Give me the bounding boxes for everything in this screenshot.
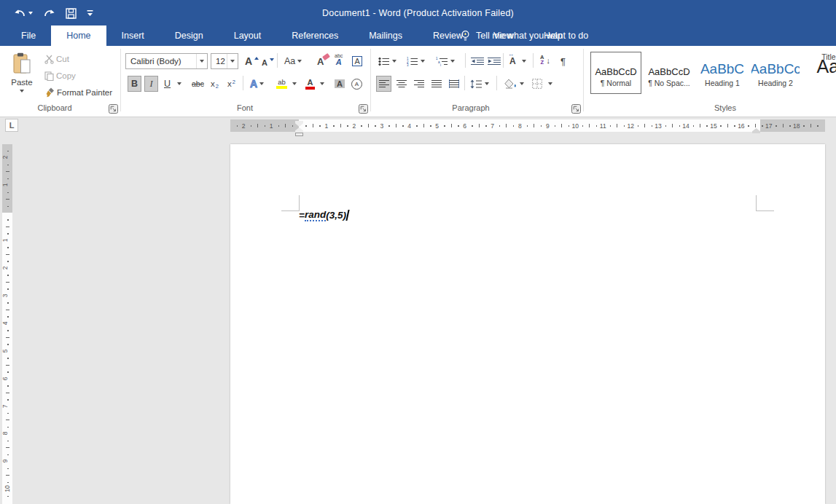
superscript-button[interactable]: x2 — [225, 76, 238, 92]
horizontal-ruler[interactable]: 21123456789101112131415161718 — [230, 119, 825, 132]
subscript-button[interactable]: x2 — [208, 76, 221, 92]
strikethrough-button[interactable]: abc — [190, 76, 206, 92]
text-effects-caret-icon — [259, 82, 264, 85]
clear-formatting-button[interactable]: A — [315, 53, 326, 69]
bold-button[interactable]: B — [128, 76, 141, 92]
font-dialog-launcher[interactable] — [359, 104, 368, 114]
paste-button[interactable]: Paste — [4, 50, 39, 103]
clipboard-dialog-launcher[interactable] — [109, 104, 118, 114]
tab-mailings[interactable]: Mailings — [353, 25, 418, 46]
font-color-swatch — [305, 87, 315, 90]
sort-button[interactable]: A Z ↓ — [538, 52, 552, 68]
asian-layout-button[interactable]: ↔ A — [507, 53, 528, 69]
right-margin-crop-mark — [756, 195, 757, 211]
eraser-icon — [322, 53, 330, 60]
copy-button[interactable]: Copy — [42, 68, 78, 84]
tab-home[interactable]: Home — [51, 25, 106, 46]
shading-button[interactable] — [502, 76, 526, 92]
align-left-button[interactable] — [376, 76, 391, 92]
font-color-caret-icon — [320, 82, 324, 85]
copy-icon — [44, 71, 54, 81]
cut-button[interactable]: Cut — [42, 51, 71, 67]
shading-bucket-icon — [504, 79, 517, 89]
decrease-font-size-button[interactable]: A — [259, 55, 276, 71]
tab-layout[interactable]: Layout — [219, 25, 277, 46]
lightbulb-icon — [461, 30, 470, 42]
underline-button[interactable]: U — [162, 76, 184, 92]
center-button[interactable] — [394, 76, 409, 92]
text-effects-button[interactable]: A — [248, 76, 266, 92]
distribute-button[interactable] — [446, 76, 461, 92]
format-painter-label: Format Painter — [57, 88, 112, 97]
font-color-button[interactable]: A — [303, 76, 327, 92]
asian-layout-arrows-icon: ↔ — [508, 51, 514, 58]
left-margin-crop-mark — [281, 210, 300, 211]
distribute-icon — [449, 79, 459, 88]
paragraph-group-label: Paragraph — [438, 103, 504, 112]
text-highlight-color-button[interactable]: ab — [274, 76, 299, 92]
change-case-button[interactable]: Aa — [282, 53, 304, 69]
increase-font-size-button[interactable]: A — [243, 53, 261, 69]
borders-caret-icon — [548, 82, 552, 85]
document-text-line[interactable]: =rand(3,5) — [299, 209, 348, 221]
document-text: (3,5) — [326, 210, 346, 221]
asian-layout-caret-icon — [522, 60, 526, 63]
tab-references[interactable]: References — [276, 25, 353, 46]
format-painter-button[interactable]: Format Painter — [42, 84, 114, 101]
font-name-combobox[interactable]: Calibri (Body) — [125, 53, 208, 69]
font-group-label: Font — [212, 103, 278, 112]
style-normal[interactable]: AaBbCcD¶ Normal — [590, 52, 641, 94]
multilevel-list-button[interactable]: 1ai — [434, 53, 457, 69]
vertical-ruler[interactable]: 2112345678910 — [2, 144, 12, 504]
line-spacing-button[interactable] — [468, 76, 491, 92]
font-size-dropdown-caret-icon — [227, 54, 238, 68]
enclose-characters-button[interactable]: A — [349, 76, 364, 92]
show-hide-formatting-button[interactable]: ¶ — [558, 53, 568, 69]
borders-button[interactable] — [530, 76, 555, 92]
align-right-button[interactable] — [411, 76, 426, 92]
phonetic-guide-button[interactable]: abc A — [332, 52, 345, 68]
style-name: ¶ No Spac... — [648, 79, 690, 87]
character-shading-button[interactable]: A — [332, 76, 347, 92]
character-border-button[interactable]: A — [350, 53, 364, 69]
borders-grid-icon — [532, 79, 542, 89]
tab-insert[interactable]: Insert — [106, 25, 160, 46]
font-size-combobox[interactable]: 12 — [211, 53, 238, 69]
bullets-button[interactable] — [376, 53, 399, 69]
style-name: Heading 2 — [758, 79, 793, 87]
justify-button[interactable] — [429, 76, 444, 92]
change-case-caret-icon — [297, 60, 302, 63]
document-page[interactable]: =rand(3,5) — [230, 144, 825, 504]
styles-group-label: Styles — [692, 103, 758, 112]
left-indent-marker[interactable] — [295, 133, 303, 136]
tab-design[interactable]: Design — [160, 25, 219, 46]
word-application-window: Document1 - Word (Product Activation Fai… — [0, 0, 836, 504]
paste-clipboard-icon — [12, 52, 31, 74]
shrink-font-arrow-icon — [270, 58, 274, 61]
increase-indent-icon — [488, 57, 501, 66]
numbering-button[interactable]: 123 — [405, 53, 427, 69]
decrease-indent-button[interactable] — [469, 53, 487, 69]
style-heading-2[interactable]: AaBbCcHeading 2 — [750, 52, 801, 94]
increase-indent-button[interactable] — [485, 53, 504, 69]
tell-me-box[interactable]: Tell me what you want to do — [461, 25, 588, 46]
style-title[interactable]: AaTitle — [803, 52, 836, 94]
numbering-caret-icon — [421, 60, 425, 63]
multilevel-caret-icon — [450, 60, 455, 63]
tell-me-label: Tell me what you want to do — [476, 31, 588, 41]
italic-button[interactable]: I — [144, 76, 158, 92]
text-cursor — [345, 210, 349, 221]
underline-caret-icon — [177, 82, 181, 85]
ribbon: Paste Cut Copy Format Painter — [0, 46, 836, 117]
grow-font-arrow-icon — [254, 57, 259, 60]
svg-text:3: 3 — [407, 63, 409, 66]
style-heading-1[interactable]: AaBbCHeading 1 — [697, 52, 748, 94]
document-area: L 21123456789101112131415161718 21123456… — [0, 117, 836, 504]
title-bar: Document1 - Word (Product Activation Fai… — [0, 0, 836, 25]
svg-text:i: i — [440, 63, 441, 66]
style-no-spac[interactable]: AaBbCcD¶ No Spac... — [644, 52, 695, 94]
tab-file[interactable]: File — [6, 25, 51, 46]
tab-stop-selector[interactable]: L — [5, 119, 18, 132]
paragraph-dialog-launcher[interactable] — [571, 104, 581, 114]
align-left-icon — [379, 79, 389, 88]
